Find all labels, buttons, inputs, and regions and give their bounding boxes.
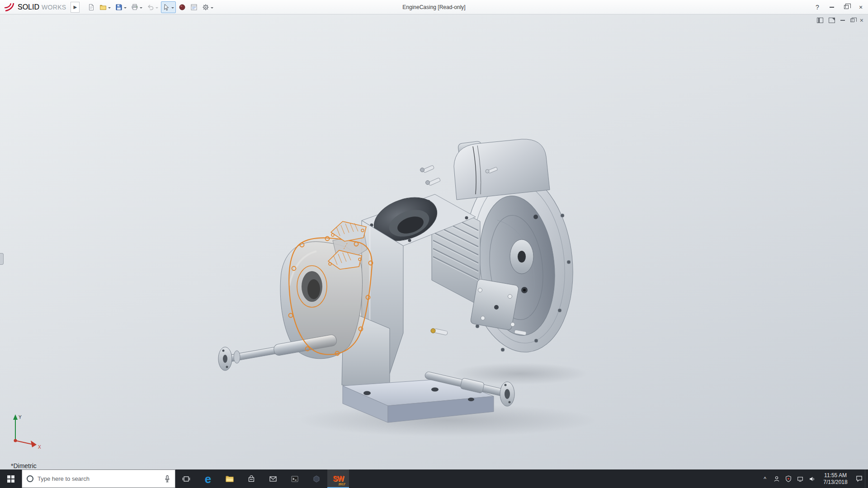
undo-dropdown-arrow[interactable]: [156, 7, 158, 10]
taskbar-app-solidworks[interactable]: SW 2017: [327, 469, 349, 488]
options-dropdown-arrow[interactable]: [211, 7, 213, 10]
print-dropdown-arrow[interactable]: [140, 7, 142, 10]
volume-icon: [808, 475, 816, 483]
taskbar-search[interactable]: [22, 469, 175, 488]
solidworks-logo: SOLIDWORKS: [0, 2, 71, 12]
store-icon: [247, 475, 255, 483]
windows-logo-icon: [7, 475, 14, 483]
new-document-icon: [88, 4, 95, 11]
clock-time: 11:55 AM: [824, 472, 847, 479]
brand-solid: SOLID: [18, 3, 39, 11]
show-desktop-button[interactable]: [865, 469, 868, 488]
select-cursor-icon: [163, 4, 170, 11]
microphone-icon[interactable]: [164, 475, 170, 483]
edge-icon: e: [205, 473, 211, 485]
sphere-icon: [179, 4, 186, 11]
options-button[interactable]: [200, 1, 215, 13]
search-input[interactable]: [38, 475, 160, 482]
doc-restore-icon[interactable]: [850, 19, 854, 22]
terminal-icon: [291, 475, 299, 483]
y-axis-arrow: [13, 414, 18, 420]
tray-network[interactable]: [794, 469, 806, 488]
taskbar-app-file-explorer[interactable]: [219, 469, 241, 488]
task-pane-icon: [190, 4, 198, 11]
window-controls: ? ×: [810, 1, 868, 14]
top-housing[interactable]: [420, 139, 550, 200]
gear-icon: [202, 4, 209, 11]
open-dropdown-arrow[interactable]: [108, 7, 111, 10]
view-orientation-label: *Dimetric: [11, 462, 37, 469]
y-axis-label: Y: [19, 415, 22, 420]
menu-expander-button[interactable]: ▶: [71, 2, 80, 13]
taskbar-app-store[interactable]: [241, 469, 262, 488]
task-pane-button[interactable]: [189, 1, 199, 13]
minimize-button[interactable]: [825, 1, 839, 14]
doc-minimize-icon[interactable]: [840, 20, 845, 21]
graphics-area[interactable]: ×: [0, 14, 868, 469]
cortana-icon: [27, 475, 33, 482]
undo-button[interactable]: [145, 1, 160, 13]
float-window-icon[interactable]: [829, 18, 835, 23]
taskbar-clock[interactable]: 11:55 AM 7/13/2018: [818, 469, 853, 488]
select-tool-button[interactable]: [161, 1, 176, 13]
taskbar-app-terminal[interactable]: [284, 469, 306, 488]
x-axis-label: X: [38, 445, 41, 450]
network-icon: [797, 475, 804, 483]
minimize-icon: [830, 7, 834, 8]
brand-works: WORKS: [42, 4, 66, 11]
dock-pane-icon[interactable]: [817, 18, 823, 23]
windows-taskbar: e: [0, 469, 868, 488]
print-button[interactable]: [129, 1, 144, 13]
shield-icon: [785, 475, 792, 483]
help-button[interactable]: ?: [810, 1, 825, 14]
solidworks-window: SOLIDWORKS ▶: [0, 0, 868, 488]
taskbar-app-edge[interactable]: e: [197, 469, 219, 488]
task-view-icon: [182, 475, 190, 483]
clock-date: 7/13/2018: [823, 479, 847, 486]
tray-defender[interactable]: [783, 469, 794, 488]
save-dropdown-arrow[interactable]: [124, 7, 127, 10]
tray-volume[interactable]: [806, 469, 818, 488]
save-button[interactable]: [113, 1, 128, 13]
ds-logo-icon: [4, 2, 15, 12]
doc-close-icon[interactable]: ×: [860, 17, 863, 23]
start-button[interactable]: [0, 469, 22, 488]
file-explorer-icon: [225, 475, 234, 483]
mail-icon: [269, 475, 277, 483]
x-axis-arrow: [31, 441, 37, 447]
caret-up-icon: ^: [764, 476, 766, 482]
z-axis-dot: [14, 439, 17, 442]
document-window-controls: ×: [817, 17, 863, 23]
print-icon: [131, 4, 138, 11]
orientation-triad: Y X: [8, 413, 46, 454]
people-icon: [773, 475, 780, 483]
maximize-button[interactable]: [839, 1, 854, 14]
taskbar-app-dark[interactable]: [306, 469, 327, 488]
title-bar: SOLIDWORKS ▶: [0, 0, 868, 14]
action-center-icon: [855, 475, 863, 483]
hexagon-app-icon: [312, 475, 321, 483]
system-tray: ^: [759, 469, 868, 488]
close-button[interactable]: ×: [854, 1, 868, 14]
solidworks-app-icon: SW 2017: [330, 471, 346, 487]
hidden-icons-button[interactable]: ^: [759, 469, 771, 488]
taskbar-app-mail[interactable]: [262, 469, 284, 488]
restore-icon: [844, 5, 849, 9]
new-document-button[interactable]: [86, 1, 97, 13]
task-view-button[interactable]: [175, 469, 197, 488]
undo-icon: [147, 4, 154, 11]
main-toolbar: [86, 1, 215, 13]
view-sphere-button[interactable]: [177, 1, 188, 13]
save-floppy-icon: [115, 4, 123, 11]
tray-people[interactable]: [771, 469, 783, 488]
select-dropdown-arrow[interactable]: [171, 7, 174, 10]
open-folder-icon: [99, 4, 107, 11]
action-center-button[interactable]: [853, 469, 865, 488]
engine-casing-model[interactable]: [0, 14, 868, 469]
open-document-button[interactable]: [98, 1, 113, 13]
